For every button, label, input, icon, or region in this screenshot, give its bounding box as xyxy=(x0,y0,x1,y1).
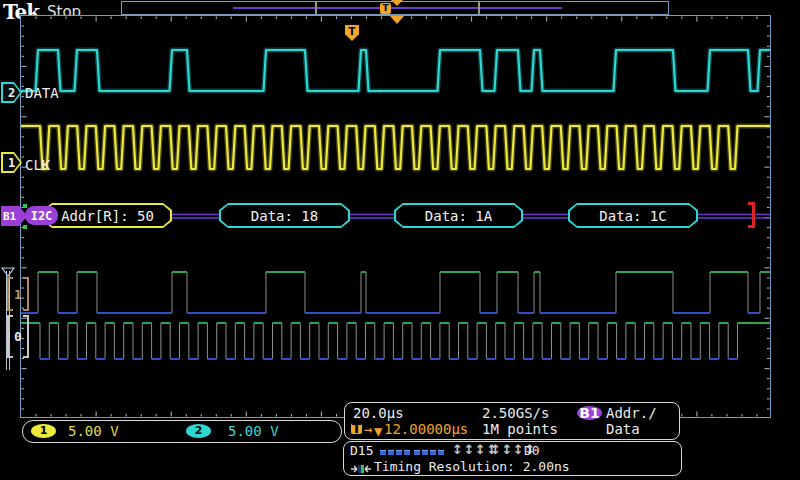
graticule-tick xyxy=(51,414,52,417)
graticule-tick xyxy=(366,17,367,20)
graticule-tick xyxy=(576,17,577,20)
graticule-tick xyxy=(767,96,770,97)
graticule-tick xyxy=(216,17,217,20)
graticule-tick xyxy=(441,17,442,20)
graticule-tick xyxy=(767,308,770,309)
digital-channel-d0-tag[interactable]: 0 xyxy=(7,315,29,358)
graticule-tick xyxy=(22,96,25,97)
graticule-tick xyxy=(22,106,25,107)
graticule-tick xyxy=(81,414,82,417)
graticule-tick xyxy=(767,227,770,228)
graticule-tick xyxy=(621,17,622,22)
channel2-label: DATA xyxy=(25,85,59,101)
graticule-tick xyxy=(591,17,592,20)
graticule-tick xyxy=(636,17,637,20)
graticule-tick xyxy=(767,86,770,87)
graticule-tick xyxy=(261,414,262,417)
graticule-tick xyxy=(767,378,770,379)
graticule-tick xyxy=(171,17,172,22)
graticule-tick xyxy=(767,136,770,137)
graticule-tick xyxy=(765,318,770,319)
graticule-tick xyxy=(111,414,112,417)
graticule-tick xyxy=(156,414,157,417)
trigger-marker-bar-icon[interactable]: T xyxy=(380,3,391,14)
graticule-tick xyxy=(381,17,382,20)
graticule-tick xyxy=(66,414,67,417)
graticule-tick xyxy=(767,328,770,329)
graticule-tick xyxy=(336,17,337,20)
d15-label: D15 xyxy=(350,443,373,458)
graticule-tick xyxy=(681,17,682,20)
i2c-start-marker xyxy=(23,204,27,208)
graticule-tick xyxy=(22,378,25,379)
graticule-tick xyxy=(767,146,770,147)
digital-d1-trace-edges xyxy=(38,272,760,313)
graticule-tick xyxy=(36,414,37,417)
graticule-tick xyxy=(216,414,217,417)
bus-readout-line1: Addr./ xyxy=(606,405,657,421)
graticule-tick xyxy=(22,136,25,137)
sample-rate: 2.50GS/s xyxy=(482,405,549,421)
bus-decode-label: Data: 1C xyxy=(570,205,696,226)
bus-decode-box-data: Data: 18 xyxy=(219,203,350,228)
graticule-tick xyxy=(741,414,742,417)
i2c-stop-marker xyxy=(748,202,755,228)
channel1-position-marker[interactable]: 1 xyxy=(1,152,22,173)
channel2-position-marker[interactable]: 2 xyxy=(1,82,22,103)
graticule-tick xyxy=(726,414,727,417)
graticule-tick xyxy=(767,408,770,409)
graticule-tick xyxy=(765,66,770,67)
graticule-tick xyxy=(767,207,770,208)
bus-decode-box-data: Data: 1C xyxy=(568,203,698,228)
graticule-tick xyxy=(765,267,770,268)
ch1-badge: 1 xyxy=(31,424,56,438)
graticule-tick xyxy=(606,17,607,20)
graticule-tick xyxy=(767,338,770,339)
graticule-tick xyxy=(767,177,770,178)
graticule-tick xyxy=(22,26,25,27)
graticule-tick xyxy=(96,17,97,22)
digital-off-dashes-icon xyxy=(414,450,444,455)
graticule-tick xyxy=(767,298,770,299)
graticule-tick xyxy=(156,17,157,20)
graticule-tick xyxy=(711,414,712,417)
graticule-tick xyxy=(246,17,247,22)
d1-number: 1 xyxy=(13,277,23,311)
digital-channel-d1-tag[interactable]: 1 xyxy=(7,277,29,311)
trigger-position-triangle-icon[interactable] xyxy=(390,16,404,24)
zoom-window-bracket-right[interactable] xyxy=(478,2,480,14)
graticule-tick xyxy=(111,17,112,20)
zoom-window-bracket-left[interactable] xyxy=(315,2,317,14)
b1-badge: B1 xyxy=(577,406,602,420)
bus-decode-box-address: Addr[R]: 50 xyxy=(43,203,172,228)
graticule-tick xyxy=(201,414,202,417)
graticule-tick xyxy=(767,187,770,188)
channel-scale-readout-box[interactable]: 1 5.00 V 2 5.00 V xyxy=(22,420,342,443)
graticule-tick xyxy=(351,17,352,20)
graticule-tick xyxy=(22,368,27,369)
horizontal-readout-box[interactable]: 20.0µs 2.50GS/s 1M points B1 Addr./ Data… xyxy=(344,402,680,440)
graticule-tick xyxy=(767,197,770,198)
digital-readout-box[interactable]: D15 ↕↕↕↕ ↕↕↕↕ D0 Timing Resolution: 2.00… xyxy=(343,441,682,476)
graticule-tick xyxy=(765,368,770,369)
channel1-number: 1 xyxy=(3,154,20,171)
graticule-tick xyxy=(531,17,532,20)
graticule-tick xyxy=(22,398,25,399)
graticule-tick xyxy=(96,412,97,417)
graticule-tick xyxy=(22,197,25,198)
d0-number: 0 xyxy=(13,315,23,358)
record-bus-line xyxy=(233,7,562,9)
graticule-tick xyxy=(696,412,697,417)
graticule-tick xyxy=(126,414,127,417)
graticule-tick xyxy=(22,146,25,147)
ch2-data-trace xyxy=(21,50,770,91)
graticule-tick xyxy=(336,414,337,417)
d0-bracket-right xyxy=(23,315,29,358)
graticule-tick xyxy=(306,17,307,20)
graticule-tick xyxy=(186,414,187,417)
graticule-tick xyxy=(36,17,37,20)
graticule-tick xyxy=(171,412,172,417)
ch2-data-trace-glow xyxy=(21,50,770,91)
digital-d0-trace-edges xyxy=(40,323,738,359)
graticule-tick xyxy=(22,177,25,178)
